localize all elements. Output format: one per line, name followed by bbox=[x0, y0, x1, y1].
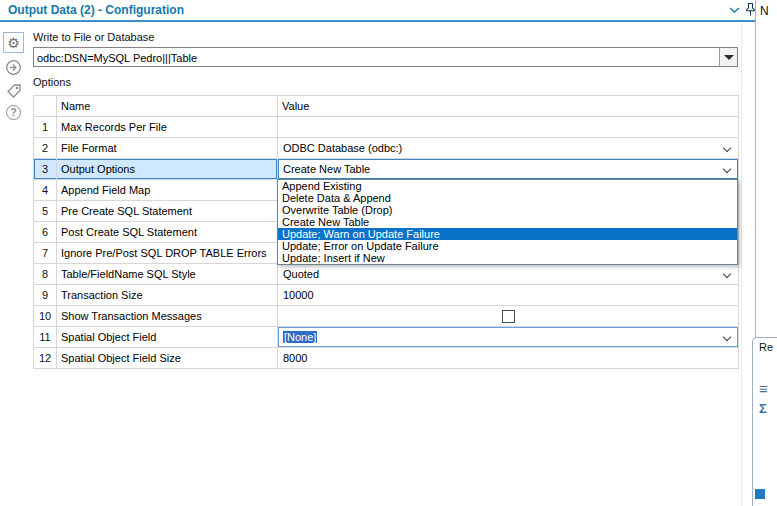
list-icon[interactable]: ≡ bbox=[759, 382, 768, 396]
table-row[interactable]: 10 Show Transaction Messages bbox=[34, 306, 739, 327]
dropdown-item[interactable]: Delete Data & Append bbox=[278, 192, 737, 204]
options-header-row: Name Value bbox=[34, 96, 739, 117]
option-name[interactable]: Ignore Pre/Post SQL DROP TABLE Errors bbox=[57, 243, 278, 264]
navigation-tab[interactable] bbox=[3, 57, 24, 78]
table-row[interactable]: 2 File Format ODBC Database (odbc:) bbox=[34, 138, 739, 159]
header-value: Value bbox=[278, 96, 739, 117]
accent-divider bbox=[0, 20, 755, 22]
option-name[interactable]: Show Transaction Messages bbox=[57, 306, 278, 327]
options-label: Options bbox=[33, 76, 71, 88]
chevron-down-icon[interactable] bbox=[729, 4, 740, 16]
option-value[interactable] bbox=[278, 117, 739, 138]
gear-icon: ⚙ bbox=[7, 36, 20, 50]
dropdown-item[interactable]: Append Existing bbox=[278, 180, 737, 192]
table-row[interactable]: 1 Max Records Per File bbox=[34, 117, 739, 138]
dropdown-item[interactable]: Create New Table bbox=[278, 216, 737, 228]
row-number: 8 bbox=[34, 264, 57, 285]
sigma-icon[interactable]: Σ bbox=[759, 401, 767, 416]
spatial-object-combobox[interactable]: [None] bbox=[278, 327, 739, 348]
tag-icon bbox=[6, 83, 22, 99]
write-to-file-label: Write to File or Database bbox=[33, 31, 154, 43]
row-number: 9 bbox=[34, 285, 57, 306]
row-number: 10 bbox=[34, 306, 57, 327]
output-options-combobox[interactable]: Create New Table bbox=[278, 159, 739, 180]
row-number: 6 bbox=[34, 222, 57, 243]
table-row[interactable]: 12 Spatial Object Field Size 8000 bbox=[34, 348, 739, 369]
row-number: 3 bbox=[34, 159, 57, 180]
table-row-selected[interactable]: 3 Output Options Create New Table bbox=[34, 159, 739, 180]
option-name[interactable]: Transaction Size bbox=[57, 285, 278, 306]
output-options-dropdown-list: Append Existing Delete Data & Append Ove… bbox=[277, 179, 738, 265]
output-data-configuration-window: Output Data (2) - Configuration ⚙ ? Writ… bbox=[0, 0, 777, 506]
annotation-tab[interactable] bbox=[3, 80, 24, 101]
results-panel: Re ≡ Σ bbox=[752, 337, 777, 506]
connection-combobox[interactable] bbox=[33, 47, 738, 67]
option-name[interactable]: Spatial Object Field Size bbox=[57, 348, 278, 369]
question-icon: ? bbox=[6, 105, 21, 120]
connection-input[interactable] bbox=[34, 48, 719, 66]
dropdown-item[interactable]: Update; Insert if New bbox=[278, 252, 737, 264]
chevron-down-icon[interactable] bbox=[723, 144, 732, 153]
row-number: 4 bbox=[34, 180, 57, 201]
option-name[interactable]: Spatial Object Field bbox=[57, 327, 278, 348]
circle-arrow-icon bbox=[5, 59, 22, 76]
dropdown-item[interactable]: Overwrite Table (Drop) bbox=[278, 204, 737, 216]
chevron-down-icon[interactable] bbox=[723, 333, 732, 342]
configuration-tab[interactable]: ⚙ bbox=[3, 32, 24, 53]
checkbox[interactable] bbox=[502, 310, 515, 323]
table-row[interactable]: 8 Table/FieldName SQL Style Quoted bbox=[34, 264, 739, 285]
option-name[interactable]: Output Options bbox=[57, 159, 278, 180]
row-number: 2 bbox=[34, 138, 57, 159]
adjacent-panel-title: N bbox=[760, 4, 769, 18]
table-row[interactable]: 11 Spatial Object Field [None] bbox=[34, 327, 739, 348]
option-value-combobox[interactable]: ODBC Database (odbc:) bbox=[278, 138, 739, 159]
table-row[interactable]: 9 Transaction Size 10000 bbox=[34, 285, 739, 306]
option-name[interactable]: Pre Create SQL Statement bbox=[57, 201, 278, 222]
option-value[interactable] bbox=[278, 306, 739, 327]
option-name[interactable]: Post Create SQL Statement bbox=[57, 222, 278, 243]
chevron-down-icon[interactable] bbox=[723, 270, 732, 279]
row-number: 1 bbox=[34, 117, 57, 138]
option-name[interactable]: File Format bbox=[57, 138, 278, 159]
option-value[interactable]: 10000 bbox=[278, 285, 739, 306]
option-name[interactable]: Table/FieldName SQL Style bbox=[57, 264, 278, 285]
dropdown-item-highlighted[interactable]: Update; Warn on Update Failure bbox=[278, 228, 737, 240]
panel-title: Output Data (2) - Configuration bbox=[8, 3, 184, 17]
tool-anchor-square bbox=[755, 489, 765, 499]
option-name[interactable]: Max Records Per File bbox=[57, 117, 278, 138]
row-number: 11 bbox=[34, 327, 57, 348]
header-number bbox=[34, 96, 57, 117]
option-value[interactable]: 8000 bbox=[278, 348, 739, 369]
option-name[interactable]: Append Field Map bbox=[57, 180, 278, 201]
chevron-down-icon[interactable] bbox=[723, 165, 732, 174]
connection-dropdown-button[interactable] bbox=[719, 48, 737, 66]
row-number: 12 bbox=[34, 348, 57, 369]
dropdown-item[interactable]: Update; Error on Update Failure bbox=[278, 240, 737, 252]
help-tab[interactable]: ? bbox=[3, 102, 24, 123]
row-number: 5 bbox=[34, 201, 57, 222]
panel-inner-divider bbox=[741, 22, 742, 506]
results-panel-title: Re bbox=[759, 341, 773, 353]
header-name: Name bbox=[57, 96, 278, 117]
row-number: 7 bbox=[34, 243, 57, 264]
option-value-combobox[interactable]: Quoted bbox=[278, 264, 739, 285]
